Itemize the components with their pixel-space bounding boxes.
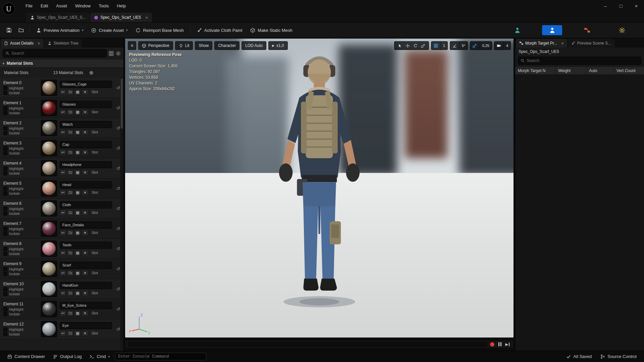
animation-editor-button[interactable] xyxy=(577,25,597,35)
checkbox[interactable] xyxy=(3,171,7,175)
material-thumbnail[interactable] xyxy=(41,261,57,277)
menu-asset[interactable]: Asset xyxy=(52,3,71,8)
isolate-checkbox[interactable]: Isolate xyxy=(3,91,38,95)
search-input[interactable] xyxy=(11,51,104,56)
content-drawer-button[interactable]: Content Drawer xyxy=(4,351,48,362)
browse-asset-button[interactable] xyxy=(67,250,73,256)
material-select[interactable]: M_Eye_Sclera xyxy=(60,302,112,309)
reset-to-default-button[interactable]: ↺ xyxy=(116,326,120,332)
step-forward-button[interactable]: ▶ xyxy=(505,342,509,347)
checkbox[interactable] xyxy=(3,292,7,296)
highlight-checkbox[interactable]: Highlight xyxy=(3,327,38,331)
column-vert-count[interactable]: Vert Count xyxy=(614,67,644,74)
rotate-tool-icon[interactable] xyxy=(413,44,418,48)
pick-asset-button[interactable]: ▦ xyxy=(74,149,81,155)
pick-asset-button[interactable]: ▦ xyxy=(74,210,81,216)
browse-asset-button[interactable] xyxy=(67,129,73,135)
camera-speed-value[interactable]: 4 xyxy=(503,42,511,50)
material-select[interactable]: Glasses_Cage xyxy=(60,81,112,88)
column-morph-target-name[interactable]: Morph Target N xyxy=(515,67,555,74)
material-select[interactable]: Eye xyxy=(60,322,112,329)
close-icon[interactable]: × xyxy=(561,41,564,46)
left-panel-scrollbar[interactable] xyxy=(120,78,123,350)
reset-to-default-button[interactable]: ↺ xyxy=(116,266,120,272)
material-thumbnail[interactable] xyxy=(41,180,57,196)
pick-asset-button[interactable]: ▦ xyxy=(74,290,81,296)
checkbox[interactable] xyxy=(3,86,7,90)
reset-to-default-button[interactable]: ↺ xyxy=(116,145,120,151)
pick-asset-button[interactable]: ▦ xyxy=(74,170,81,175)
checkbox[interactable] xyxy=(3,212,7,216)
isolate-checkbox[interactable]: Isolate xyxy=(3,272,38,276)
material-thumbnail[interactable] xyxy=(41,221,57,237)
pick-asset-button[interactable]: ▦ xyxy=(74,330,81,336)
highlight-checkbox[interactable]: Highlight xyxy=(3,126,38,130)
isolate-checkbox[interactable]: Isolate xyxy=(3,332,38,336)
material-thumbnail[interactable] xyxy=(41,100,57,116)
reimport-base-mesh-button[interactable]: Reimport Base Mesh xyxy=(132,25,187,35)
material-thumbnail[interactable] xyxy=(41,321,57,337)
highlight-checkbox[interactable]: Highlight xyxy=(3,207,38,211)
material-select[interactable]: Glasses xyxy=(60,101,112,108)
add-material-slot-button[interactable]: ⊕ xyxy=(89,70,94,76)
tab-morph-target-previewer[interactable]: Morph Target Pr... × xyxy=(516,39,567,48)
use-selected-asset-button[interactable]: ↩ xyxy=(60,149,66,155)
use-selected-asset-button[interactable]: ↩ xyxy=(60,330,66,336)
menu-edit[interactable]: Edit xyxy=(37,3,52,8)
preview-animation-button[interactable]: Preview Animation ▾ xyxy=(33,25,87,35)
search-field[interactable] xyxy=(3,49,107,57)
isolate-checkbox[interactable]: Isolate xyxy=(3,151,38,155)
highlight-checkbox[interactable]: Highlight xyxy=(3,106,38,110)
checkbox[interactable] xyxy=(3,227,7,231)
use-selected-asset-button[interactable]: ↩ xyxy=(60,89,66,95)
morph-search-input[interactable] xyxy=(527,58,639,63)
use-selected-asset-button[interactable]: ↩ xyxy=(60,129,66,135)
asset-tab-active[interactable]: Spec_Ops_Scarf_UE5 × xyxy=(90,13,152,22)
checkbox[interactable] xyxy=(3,247,7,251)
scale-snap-control[interactable]: 0,25 xyxy=(470,41,492,50)
browse-asset-button[interactable] xyxy=(67,170,73,175)
checkbox[interactable] xyxy=(3,287,7,291)
timeline-scrubber[interactable] xyxy=(128,342,487,347)
checkbox[interactable] xyxy=(3,126,7,130)
pick-asset-button[interactable]: ▦ xyxy=(74,230,81,236)
pick-asset-button[interactable]: ▦ xyxy=(74,129,81,135)
pick-asset-button[interactable]: ▦ xyxy=(74,250,81,256)
menu-help[interactable]: Help xyxy=(113,3,130,8)
pick-asset-button[interactable]: ▦ xyxy=(74,190,81,195)
highlight-checkbox[interactable]: Highlight xyxy=(3,187,38,191)
material-thumbnail[interactable] xyxy=(41,160,57,176)
source-control-button[interactable]: Source Control xyxy=(597,354,640,359)
pick-asset-button[interactable]: ▦ xyxy=(74,89,81,95)
asset-options-button[interactable]: ▾ xyxy=(82,89,88,95)
isolate-checkbox[interactable]: Isolate xyxy=(3,171,38,175)
reset-to-default-button[interactable]: ↺ xyxy=(116,125,120,131)
material-select[interactable]: Face_Details xyxy=(60,222,112,229)
use-selected-asset-button[interactable]: ↩ xyxy=(60,310,66,316)
checkbox[interactable] xyxy=(3,146,7,150)
column-auto[interactable]: Auto xyxy=(586,67,614,74)
checkbox[interactable] xyxy=(3,187,7,191)
material-thumbnail[interactable] xyxy=(41,80,57,96)
settings-gear-icon[interactable] xyxy=(116,51,121,56)
asset-options-button[interactable]: ▾ xyxy=(82,129,88,135)
scale-tool-icon[interactable] xyxy=(421,44,425,48)
tab-preview-scene-settings[interactable]: Preview Scene S... xyxy=(568,39,614,48)
checkbox[interactable] xyxy=(3,91,7,95)
browse-asset-button[interactable] xyxy=(67,330,73,336)
highlight-checkbox[interactable]: Highlight xyxy=(3,287,38,291)
checkbox[interactable] xyxy=(3,327,7,331)
asset-options-button[interactable]: ▾ xyxy=(82,170,88,175)
material-select[interactable]: Headphone xyxy=(60,161,112,168)
rotation-snap-value[interactable]: 5° xyxy=(459,42,468,50)
skeleton-editor-button[interactable] xyxy=(507,25,527,35)
menu-window[interactable]: Window xyxy=(71,3,95,8)
material-select[interactable]: Head xyxy=(60,181,112,188)
reset-to-default-button[interactable]: ↺ xyxy=(116,105,120,111)
material-select[interactable]: Watch xyxy=(60,121,112,128)
use-selected-asset-button[interactable]: ↩ xyxy=(60,250,66,256)
menu-file[interactable]: File xyxy=(21,3,37,8)
save-button[interactable] xyxy=(3,25,15,36)
browse-asset-button[interactable] xyxy=(67,210,73,216)
checkbox[interactable] xyxy=(3,312,7,316)
